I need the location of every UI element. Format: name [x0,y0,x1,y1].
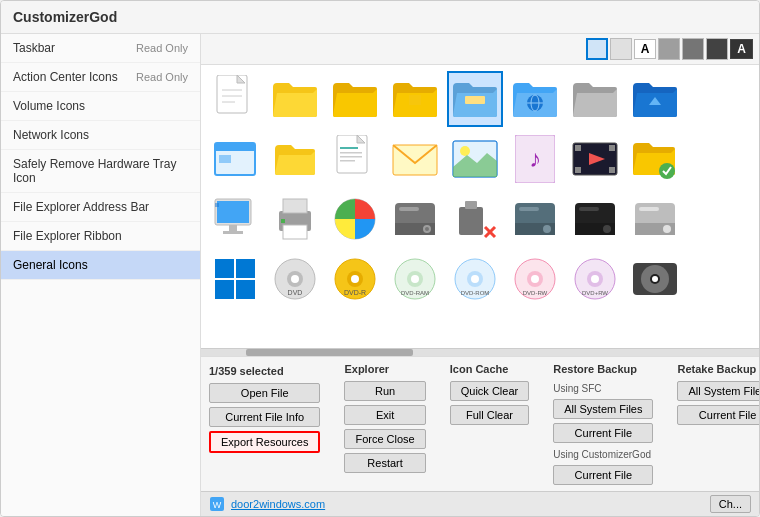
sidebar-item-file-explorer-address[interactable]: File Explorer Address Bar [1,193,200,222]
icon-cell-cd-drive[interactable] [627,251,683,307]
sidebar-label-file-explorer-address: File Explorer Address Bar [13,200,149,214]
quick-clear-button[interactable]: Quick Clear [450,381,529,401]
theme-swatch-light-blue[interactable] [586,38,608,60]
explorer-label: Explorer [344,363,425,375]
svg-rect-17 [340,160,355,162]
icon-row-1 [207,71,753,127]
sidebar-item-safely-remove[interactable]: Safely Remove Hardware Tray Icon [1,150,200,193]
icon-cell-usb-x[interactable] [447,191,503,247]
svg-point-85 [531,275,539,283]
icon-cell-dvd-plus-rw[interactable]: DVD+RW [567,251,623,307]
app-title: CustomizerGod [13,9,117,25]
svg-point-81 [471,275,479,283]
retake-all-button[interactable]: All System Files [677,381,759,401]
icon-cell-drive-black[interactable] [567,191,623,247]
current-file-info-button[interactable]: Current File Info [209,407,320,427]
svg-rect-62 [639,207,659,211]
icon-cell-video[interactable] [567,131,623,187]
icon-cell-dvd-rom[interactable]: DVD-ROM [447,251,503,307]
icon-cell-folder-green-check[interactable] [627,131,683,187]
sidebar-item-action-center[interactable]: Action Center Icons Read Only [1,63,200,92]
svg-rect-65 [215,280,234,299]
theme-bar: A A [201,34,759,65]
icon-row-2: ♪ [207,131,753,187]
icon-cell-folder-globe[interactable] [507,71,563,127]
export-resources-button[interactable]: Export Resources [209,431,320,453]
restore-cg-current-button[interactable]: Current File [553,465,653,485]
icon-cell-windows[interactable] [207,251,263,307]
icon-cell-folder-blue-open[interactable] [627,71,683,127]
icon-cell-computer[interactable] [207,191,263,247]
sidebar-item-network-icons[interactable]: Network Icons [1,121,200,150]
icon-cell-folder-gray[interactable] [567,71,623,127]
icon-cell-document[interactable] [207,71,263,127]
svg-rect-39 [283,225,307,239]
explorer-exit-button[interactable]: Exit [344,405,425,425]
svg-rect-5 [465,96,485,104]
svg-rect-66 [236,280,255,299]
svg-rect-27 [609,145,615,151]
content-area: A A [201,34,759,516]
svg-rect-33 [217,201,249,223]
svg-rect-28 [575,167,581,173]
icon-cell-app-window[interactable] [207,131,263,187]
svg-rect-35 [223,231,243,234]
svg-point-69 [291,275,299,283]
svg-text:DVD-RAM: DVD-RAM [401,290,429,296]
sidebar-item-taskbar[interactable]: Taskbar Read Only [1,34,200,63]
theme-swatch-white-a[interactable]: A [634,39,657,59]
icon-cell-dvd[interactable]: DVD [267,251,323,307]
icon-cell-folder-yellow2[interactable] [327,71,383,127]
icon-cache-label: Icon Cache [450,363,529,375]
sidebar: Taskbar Read Only Action Center Icons Re… [1,34,201,516]
icon-cell-drive-gray[interactable] [627,191,683,247]
icon-cell-music[interactable]: ♪ [507,131,563,187]
svg-rect-36 [215,203,219,207]
website-url[interactable]: door2windows.com [231,498,325,510]
icon-cell-control-panel[interactable] [327,191,383,247]
icon-cell-folder-blue-selected[interactable] [447,71,503,127]
scrollbar-thumb-h[interactable] [246,349,413,356]
horizontal-scrollbar[interactable] [201,348,759,356]
full-clear-button[interactable]: Full Clear [450,405,529,425]
icon-cell-dvd-ram[interactable]: DVD-RAM [387,251,443,307]
svg-rect-48 [465,201,477,209]
restore-sfc-current-button[interactable]: Current File [553,423,653,443]
icon-cell-drive[interactable] [387,191,443,247]
sidebar-item-volume-icons[interactable]: Volume Icons [1,92,200,121]
open-file-button[interactable]: Open File [209,383,320,403]
explorer-restart-button[interactable]: Restart [344,453,425,473]
bottom-panel: 1/359 selected Open File Current File In… [201,356,759,491]
icon-cell-image[interactable] [447,131,503,187]
icon-cell-folder-yellow3[interactable] [387,71,443,127]
restore-sfc-all-button[interactable]: All System Files [553,399,653,419]
svg-rect-64 [236,259,255,278]
svg-rect-15 [340,152,362,154]
status-button[interactable]: Ch... [710,495,751,513]
retake-backup-label: Retake Backup [677,363,759,375]
icon-cell-dvd-r[interactable]: DVD-R [327,251,383,307]
sidebar-item-general-icons[interactable]: General Icons [1,251,200,280]
icon-cell-drive2[interactable] [507,191,563,247]
theme-swatch-darkest-gray[interactable] [706,38,728,60]
sidebar-label-safely-remove: Safely Remove Hardware Tray Icon [13,157,188,185]
selection-count: 1/359 selected [209,363,320,379]
sidebar-item-file-explorer-ribbon[interactable]: File Explorer Ribbon [1,222,200,251]
explorer-run-button[interactable]: Run [344,381,425,401]
icon-cell-printer[interactable] [267,191,323,247]
icon-cell-mail[interactable] [387,131,443,187]
retake-current-button[interactable]: Current File [677,405,759,425]
theme-swatch-darker-gray[interactable] [682,38,704,60]
icon-cell-dvd-rw[interactable]: DVD-RW [507,251,563,307]
svg-rect-47 [459,207,483,235]
icon-cell-folder-open-yellow[interactable] [267,71,323,127]
theme-swatch-black-a[interactable]: A [730,39,753,59]
icon-cell-folder-yellow-sm[interactable] [267,131,323,187]
theme-swatch-gray[interactable] [610,38,632,60]
main-window: CustomizerGod Taskbar Read Only Action C… [0,0,760,517]
theme-swatch-dark-gray[interactable] [658,38,680,60]
explorer-force-close-button[interactable]: Force Close [344,429,425,449]
sidebar-label-general-icons: General Icons [13,258,88,272]
icon-cell-document2[interactable] [327,131,383,187]
sidebar-badge-taskbar: Read Only [136,42,188,54]
